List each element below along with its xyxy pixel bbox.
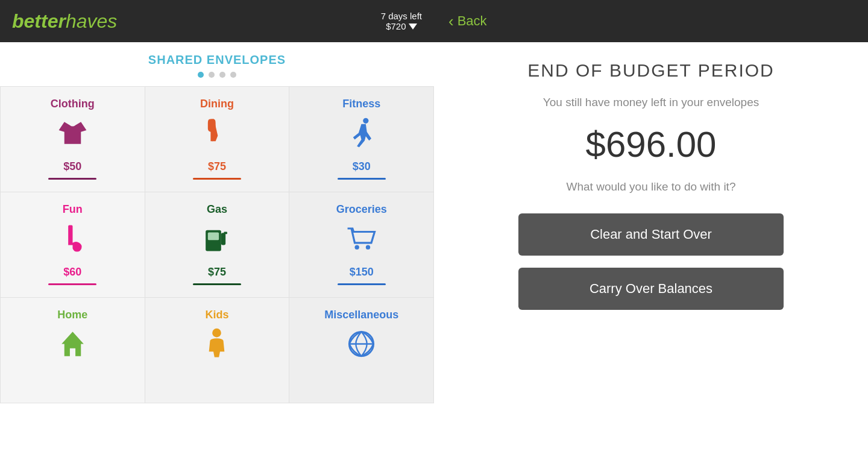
envelope-name: Fun	[63, 203, 83, 216]
envelope-amount: $75	[208, 266, 226, 279]
days-left-label: 7 days left	[381, 11, 422, 21]
period-question: What would you like to do with it?	[567, 178, 736, 196]
right-header: ‹ Back	[434, 0, 868, 42]
envelope-amount: $75	[208, 160, 226, 173]
header-budget-info: 7 days left $720	[381, 11, 422, 31]
dot-2[interactable]	[209, 72, 215, 78]
envelope-amount: $30	[353, 160, 371, 173]
left-panel: betterhaves 7 days left $720 SHARED ENVE…	[0, 0, 434, 463]
envelope-name: Miscellaneous	[324, 309, 398, 321]
clear-start-over-button[interactable]: Clear and Start Over	[518, 213, 784, 256]
carry-over-balances-button[interactable]: Carry Over Balances	[518, 268, 784, 310]
envelope-cell-home[interactable]: Home	[1, 298, 145, 403]
svg-point-0	[363, 118, 368, 124]
envelope-cell-clothing[interactable]: Clothing$50	[1, 87, 145, 192]
envelope-amount: $60	[63, 266, 81, 279]
envelope-icon	[345, 116, 378, 154]
envelope-bar	[48, 178, 96, 180]
envelope-icon	[345, 222, 378, 260]
envelope-cell-fun[interactable]: Fun$60	[1, 192, 145, 298]
envelope-icon	[56, 327, 89, 365]
back-label: Back	[458, 13, 487, 29]
envelope-cell-groceries[interactable]: Groceries$150	[289, 192, 434, 298]
envelope-cell-dining[interactable]: Dining$75	[145, 87, 290, 192]
envelope-name: Kids	[205, 309, 228, 321]
shared-envelopes-title: SHARED ENVELOPES	[148, 53, 286, 67]
envelope-name: Clothing	[51, 98, 95, 110]
dot-1[interactable]	[198, 72, 204, 78]
envelope-name: Gas	[207, 203, 227, 216]
envelope-icon	[56, 116, 89, 154]
envelope-bar	[338, 283, 386, 285]
budget-amount: $720	[386, 21, 417, 31]
envelope-name: Dining	[200, 98, 234, 110]
svg-point-6	[366, 245, 370, 250]
period-subtitle: You still have money left in your envelo…	[543, 94, 759, 112]
envelope-bar	[193, 283, 241, 285]
svg-rect-2	[208, 232, 219, 240]
envelope-amount: $150	[350, 266, 374, 279]
svg-point-7	[213, 329, 222, 338]
envelope-cell-gas[interactable]: Gas$75	[145, 192, 290, 298]
right-content: END OF BUDGET PERIOD You still have mone…	[434, 42, 868, 463]
logo-text-better: better	[12, 10, 66, 32]
envelope-name: Home	[57, 309, 87, 321]
logo-text-haves: haves	[66, 10, 117, 32]
dot-4[interactable]	[230, 72, 236, 78]
triangle-icon	[409, 24, 417, 30]
envelope-name: Fitness	[342, 98, 380, 110]
envelope-icon	[200, 116, 233, 154]
pagination-dots	[198, 72, 236, 78]
envelope-grid: Clothing$50Dining$75Fitness$30Fun$60Gas$…	[0, 86, 434, 403]
envelope-bar	[48, 283, 96, 285]
svg-point-5	[355, 245, 359, 250]
envelope-bar	[338, 178, 386, 180]
budget-amount-value: $720	[386, 21, 406, 31]
back-button[interactable]: ‹ Back	[448, 13, 487, 29]
envelope-amount: $50	[63, 160, 81, 173]
envelope-cell-miscellaneous[interactable]: Miscellaneous	[289, 298, 434, 403]
left-header: betterhaves 7 days left $720	[0, 0, 434, 42]
period-title: END OF BUDGET PERIOD	[527, 60, 775, 81]
envelope-icon	[345, 327, 378, 365]
envelope-icon	[56, 222, 89, 260]
chevron-left-icon: ‹	[448, 13, 454, 29]
envelope-icon	[200, 327, 233, 365]
svg-rect-4	[224, 232, 228, 235]
envelope-cell-kids[interactable]: Kids	[145, 298, 290, 403]
app-logo: betterhaves	[12, 10, 117, 33]
envelope-bar	[193, 178, 241, 180]
envelope-cell-fitness[interactable]: Fitness$30	[289, 87, 434, 192]
svg-rect-3	[221, 233, 225, 245]
envelope-name: Groceries	[336, 203, 387, 216]
dot-3[interactable]	[219, 72, 225, 78]
envelope-icon	[200, 222, 233, 260]
right-panel: ‹ Back END OF BUDGET PERIOD You still ha…	[434, 0, 868, 463]
period-amount: $696.00	[586, 124, 717, 165]
